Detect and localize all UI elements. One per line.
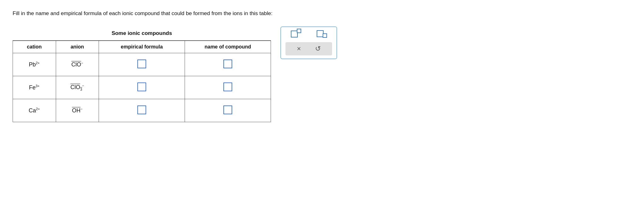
cell-name-1 <box>185 53 271 76</box>
subscript-icon[interactable] <box>317 30 327 38</box>
cell-cation-fe: Fe3+ <box>13 76 56 99</box>
anion-clo-sup: − <box>81 61 83 65</box>
cell-name-3 <box>185 99 271 122</box>
cell-anion-oh: OH− <box>56 99 99 122</box>
empirical-formula-input-3[interactable] <box>137 105 146 114</box>
anion-clo3-sup: − <box>82 84 84 88</box>
toolbar-widget: × ↺ <box>280 26 337 59</box>
cation-fe-sup: 3+ <box>36 84 40 88</box>
anion-clo-base: ClO <box>72 61 81 68</box>
cell-anion-clo: ClO− <box>56 53 99 76</box>
table-row: Ca2+ OH− <box>13 99 271 122</box>
table-row: Pb2+ ClO− <box>13 53 271 76</box>
clear-button[interactable]: × <box>297 45 301 53</box>
name-input-1[interactable] <box>223 60 232 68</box>
cell-name-2 <box>185 76 271 99</box>
cell-anion-clo3: ClO3− <box>56 76 99 99</box>
table-header-row: cation anion empirical formula name of c… <box>13 41 271 53</box>
header-empirical-formula: empirical formula <box>99 41 185 53</box>
table-title-row: Some ionic compounds <box>13 26 271 41</box>
cation-ca-sup: 2+ <box>36 107 40 111</box>
anion-clo3-sub: 3 <box>80 87 82 91</box>
cell-empirical-formula-2 <box>99 76 185 99</box>
anion-oh-sup: − <box>81 107 83 111</box>
toolbar-bottom-row: × ↺ <box>285 42 332 55</box>
empirical-formula-input-1[interactable] <box>137 60 146 68</box>
header-cation: cation <box>13 41 56 53</box>
table-row: Fe3+ ClO3− <box>13 76 271 99</box>
name-input-3[interactable] <box>223 105 232 114</box>
cation-ca-base: Ca <box>29 107 36 114</box>
ionic-compounds-table: Some ionic compounds cation anion empiri… <box>13 26 271 122</box>
cell-cation-pb: Pb2+ <box>13 53 56 76</box>
cation-fe-base: Fe <box>29 84 36 91</box>
table-title: Some ionic compounds <box>13 26 271 41</box>
cell-cation-ca: Ca2+ <box>13 99 56 122</box>
subscript-small-square <box>323 33 327 38</box>
anion-clo3-base: ClO3 <box>70 84 82 90</box>
main-layout: Some ionic compounds cation anion empiri… <box>13 26 631 122</box>
cation-pb-sup: 2+ <box>36 61 40 65</box>
header-name-of-compound: name of compound <box>185 41 271 53</box>
cell-empirical-formula-3 <box>99 99 185 122</box>
undo-button[interactable]: ↺ <box>315 45 321 53</box>
name-input-2[interactable] <box>223 82 232 91</box>
empirical-formula-input-2[interactable] <box>137 82 146 91</box>
superscript-icon[interactable] <box>291 31 301 37</box>
toolbar-top-row <box>285 30 332 40</box>
cation-pb-base: Pb <box>29 61 36 68</box>
anion-oh-base: OH <box>72 107 81 114</box>
superscript-small-square <box>297 29 301 33</box>
instruction-text: Fill in the name and empirical formula o… <box>13 9 631 18</box>
header-anion: anion <box>56 41 99 53</box>
cell-empirical-formula-1 <box>99 53 185 76</box>
